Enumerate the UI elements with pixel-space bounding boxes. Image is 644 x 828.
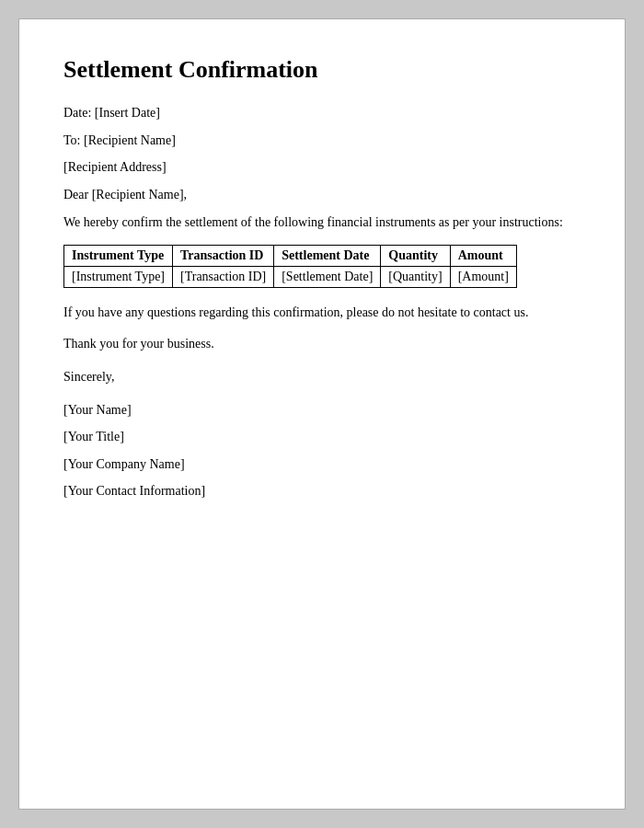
col-header-quantity: Quantity: [381, 246, 450, 267]
intro-paragraph: We hereby confirm the settlement of the …: [63, 213, 581, 232]
salutation: Dear [Recipient Name],: [63, 186, 581, 204]
table-row: [Instrument Type] [Transaction ID] [Sett…: [64, 267, 517, 288]
your-name: [Your Name]: [63, 401, 581, 420]
cell-instrument-type: [Instrument Type]: [64, 267, 173, 288]
date-line: Date: [Insert Date]: [63, 104, 581, 122]
col-header-instrument-type: Instrument Type: [64, 246, 173, 267]
closing: Sincerely,: [63, 368, 581, 386]
table-header-row: Instrument Type Transaction ID Settlemen…: [64, 246, 517, 267]
address-line: [Recipient Address]: [63, 158, 581, 177]
cell-settlement-date: [Settlement Date]: [274, 267, 381, 288]
col-header-amount: Amount: [450, 246, 516, 267]
to-line: To: [Recipient Name]: [63, 132, 581, 150]
instruments-table: Instrument Type Transaction ID Settlemen…: [63, 245, 517, 288]
document-container: Settlement Confirmation Date: [Insert Da…: [18, 18, 626, 810]
instruments-table-section: Instrument Type Transaction ID Settlemen…: [63, 245, 581, 288]
your-company: [Your Company Name]: [63, 455, 581, 474]
col-header-settlement-date: Settlement Date: [274, 246, 381, 267]
cell-quantity: [Quantity]: [381, 267, 450, 288]
contact-line: If you have any questions regarding this…: [63, 303, 581, 322]
thanks-line: Thank you for your business.: [63, 335, 581, 353]
col-header-transaction-id: Transaction ID: [173, 246, 274, 267]
document-title: Settlement Confirmation: [63, 56, 581, 84]
your-contact: [Your Contact Information]: [63, 482, 581, 500]
cell-amount: [Amount]: [450, 267, 516, 288]
your-title: [Your Title]: [63, 428, 581, 446]
cell-transaction-id: [Transaction ID]: [173, 267, 274, 288]
